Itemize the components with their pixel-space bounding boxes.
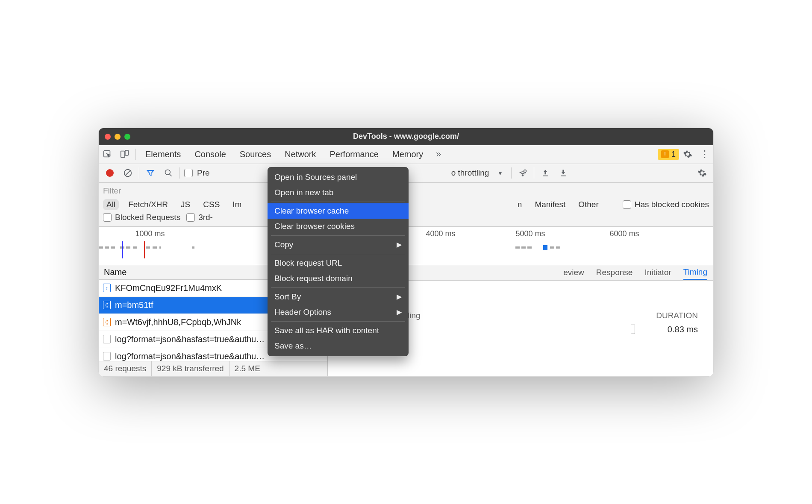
script-file-icon: ⟨⟩	[103, 318, 111, 326]
chevron-right-icon: ▶	[397, 308, 402, 316]
queueing-bar	[631, 325, 635, 334]
menu-separator	[271, 202, 405, 202]
filter-type-css[interactable]: CSS	[200, 199, 223, 210]
divider	[534, 167, 534, 179]
filter-type-fetch[interactable]: Fetch/XHR	[125, 199, 171, 210]
tab-preview[interactable]: eview	[563, 265, 584, 280]
file-icon: ↕	[103, 284, 111, 292]
domcontentloaded-marker	[122, 241, 123, 258]
svg-rect-1	[121, 151, 125, 158]
load-marker	[144, 241, 145, 258]
divider	[511, 167, 512, 179]
ctx-open-new-tab[interactable]: Open in new tab	[268, 185, 409, 200]
tab-response[interactable]: Response	[596, 265, 633, 280]
svg-rect-10	[561, 176, 566, 176]
svg-point-7	[522, 175, 524, 176]
request-name: log?format=json&hasfast=true&authu…	[115, 352, 265, 361]
blocked-requests-label: Blocked Requests	[115, 213, 180, 222]
ctx-sort-by[interactable]: Sort By▶	[268, 289, 409, 305]
menu-separator	[271, 321, 405, 322]
request-name: m=bm51tf	[115, 300, 153, 310]
throttling-label: o throttling	[451, 168, 489, 178]
chevron-right-icon: ▶	[397, 293, 402, 301]
tab-performance[interactable]: Performance	[323, 145, 386, 164]
tab-sources[interactable]: Sources	[233, 145, 278, 164]
ctx-block-domain[interactable]: Block request domain	[268, 271, 409, 286]
overview-tick: 4000 ms	[426, 229, 455, 238]
file-icon	[103, 352, 111, 360]
status-transferred: 929 kB transferred	[152, 361, 229, 376]
settings-gear-icon[interactable]	[679, 146, 696, 163]
issues-badge[interactable]: ! 1	[658, 149, 679, 160]
network-settings-gear-icon[interactable]	[695, 166, 709, 180]
divider	[135, 149, 136, 160]
tab-timing[interactable]: Timing	[683, 265, 707, 280]
request-name: KFOmCnqEu92Fr1Mu4mxK	[115, 283, 222, 293]
svg-line-4	[125, 170, 131, 176]
import-har-icon[interactable]	[538, 166, 552, 180]
ctx-copy[interactable]: Copy▶	[268, 237, 409, 252]
overview-tick: 1000 ms	[135, 229, 165, 238]
request-name: log?format=json&hasfast=true&authu…	[115, 334, 265, 344]
warning-icon: !	[661, 150, 669, 158]
context-menu: Open in Sources panel Open in new tab Cl…	[268, 167, 409, 356]
svg-rect-2	[125, 150, 128, 155]
clear-button[interactable]	[121, 166, 135, 180]
overview-tick: 6000 ms	[609, 229, 639, 238]
script-file-icon: ⟨⟩	[103, 301, 111, 309]
duration-header: DURATION	[656, 311, 698, 320]
filter-type-img[interactable]: Im	[229, 199, 245, 210]
ctx-open-sources[interactable]: Open in Sources panel	[268, 170, 409, 185]
menu-separator	[271, 254, 405, 254]
filter-type-font[interactable]: n	[514, 199, 526, 210]
main-tabbar: Elements Console Sources Network Perform…	[99, 145, 713, 164]
svg-point-8	[524, 170, 527, 173]
status-requests: 46 requests	[99, 361, 152, 376]
file-icon	[103, 335, 111, 343]
ctx-block-url[interactable]: Block request URL	[268, 255, 409, 271]
search-icon[interactable]	[162, 166, 175, 180]
tab-network[interactable]: Network	[278, 145, 323, 164]
filter-icon[interactable]	[144, 166, 157, 180]
overview-tick: 5000 ms	[515, 229, 545, 238]
filter-type-js[interactable]: JS	[177, 199, 194, 210]
kebab-menu-icon[interactable]: ⋮	[696, 146, 713, 163]
maximize-window-button[interactable]	[124, 134, 130, 140]
tab-elements[interactable]: Elements	[138, 145, 188, 164]
more-tabs-icon[interactable]: »	[430, 146, 447, 163]
has-blocked-cookies-label: Has blocked cookies	[635, 200, 709, 209]
preserve-log-checkbox[interactable]	[184, 169, 193, 177]
filter-type-other[interactable]: Other	[575, 199, 602, 210]
tab-initiator[interactable]: Initiator	[644, 265, 671, 280]
throttling-dropdown-icon[interactable]: ▼	[493, 166, 507, 180]
inspect-element-icon[interactable]	[99, 146, 116, 163]
issues-count: 1	[671, 150, 676, 159]
menu-separator	[271, 287, 405, 288]
divider	[139, 167, 139, 179]
filter-type-manifest[interactable]: Manifest	[531, 199, 569, 210]
ctx-header-options[interactable]: Header Options▶	[268, 305, 409, 320]
ctx-clear-cache[interactable]: Clear browser cache	[268, 203, 409, 219]
ctx-save-as[interactable]: Save as…	[268, 338, 409, 354]
third-party-checkbox[interactable]	[186, 213, 195, 222]
ctx-clear-cookies[interactable]: Clear browser cookies	[268, 219, 409, 234]
window-title: DevTools - www.google.com/	[99, 132, 713, 141]
menu-separator	[271, 235, 405, 236]
window-controls	[105, 134, 130, 140]
has-blocked-cookies-checkbox[interactable]	[623, 200, 631, 209]
ctx-save-har[interactable]: Save all as HAR with content	[268, 323, 409, 338]
device-toolbar-icon[interactable]	[116, 146, 133, 163]
network-conditions-icon[interactable]	[516, 166, 530, 180]
minimize-window-button[interactable]	[115, 134, 121, 140]
export-har-icon[interactable]	[556, 166, 570, 180]
queueing-value: 0.83 ms	[668, 325, 698, 334]
record-button[interactable]	[103, 166, 117, 180]
window-titlebar: DevTools - www.google.com/	[99, 128, 713, 145]
close-window-button[interactable]	[105, 134, 111, 140]
divider	[179, 167, 180, 179]
svg-rect-9	[543, 176, 548, 176]
tab-memory[interactable]: Memory	[385, 145, 430, 164]
filter-type-all[interactable]: All	[103, 199, 119, 210]
tab-console[interactable]: Console	[188, 145, 232, 164]
blocked-requests-checkbox[interactable]	[103, 213, 112, 222]
